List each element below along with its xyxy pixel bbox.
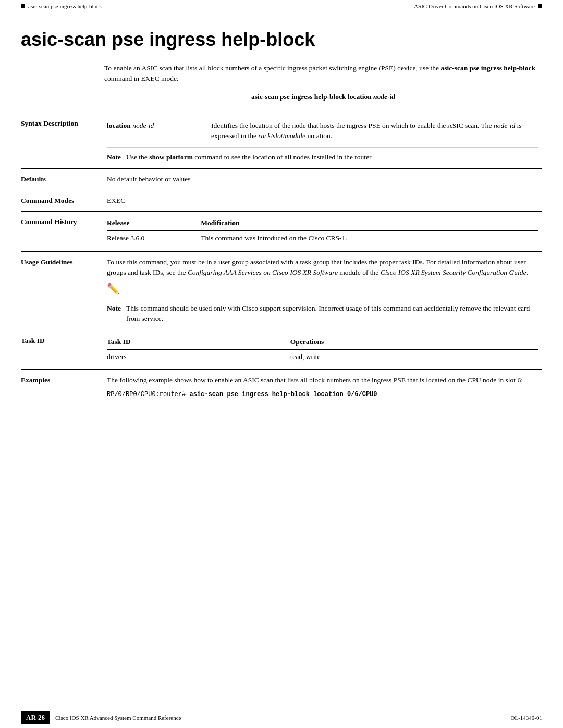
task-id-content: Task ID Operations drivers read, write [102,330,542,370]
task-id-label: Task ID [21,330,102,370]
syntax-description-content: location node-id Identifies the location… [102,113,542,168]
tid-col-taskid: Task ID [107,336,290,350]
syntax-description-row: Syntax Description location node-id Iden… [21,113,542,168]
pencil-note: ✏️ Note This command should be used only… [107,281,538,325]
footer-right-text: OL-14340-01 [511,714,543,721]
intro-paragraph: To enable an ASIC scan that lists all bl… [104,63,542,84]
sections-table: Syntax Description location node-id Iden… [21,113,542,405]
header-right-title: ASIC Driver Commands on Cisco IOS XR Sof… [414,3,535,9]
header-right-square [538,4,542,8]
task-id-row-1: drivers read, write [107,349,538,364]
command-modes-text: EXEC [107,196,125,204]
syntax-param-row: location node-id Identifies the location… [107,118,538,144]
tid-taskid-1: drivers [107,349,290,364]
ch-release-1: Release 3.6.0 [107,231,201,246]
usage-note-label: Note [107,303,121,325]
task-id-row: Task ID Task ID Operations drivers read,… [21,330,542,370]
defaults-content: No default behavior or values [102,168,542,190]
examples-row: Examples The following example shows how… [21,370,542,405]
usage-guidelines-row: Usage Guidelines To use this command, yo… [21,251,542,330]
syntax-note-label: Note [107,152,121,163]
code-block: RP/0/RP0/CPU0:router# asic-scan pse ingr… [107,390,538,399]
command-history-row: Command History Release Modification Rel… [21,212,542,252]
header-right: ASIC Driver Commands on Cisco IOS XR Sof… [414,3,542,9]
header-left: asic-scan pse ingress help-block [21,3,102,9]
footer-left: AR-26 Cisco IOS XR Advanced System Comma… [21,711,181,724]
defaults-label: Defaults [21,168,102,190]
pencil-icon: ✏️ [107,283,120,294]
syntax-description-label: Syntax Description [21,113,102,168]
command-modes-content: EXEC [102,190,542,211]
syntax-note-text: Use the show platform command to see the… [126,152,373,163]
examples-paragraph: The following example shows how to enabl… [107,375,538,386]
usage-note-text: This command should be used only with Ci… [126,303,538,325]
command-history-content: Release Modification Release 3.6.0 This … [102,212,542,252]
footer: AR-26 Cisco IOS XR Advanced System Comma… [0,707,563,728]
ch-col-release: Release [107,217,201,231]
command-history-table: Release Modification Release 3.6.0 This … [107,217,538,246]
syntax-note-block: Note Use the show platform command to se… [107,147,538,163]
command-history-header: Release Modification [107,217,538,231]
task-id-table: Task ID Operations drivers read, write [107,336,538,365]
defaults-row: Defaults No default behavior or values [21,168,542,190]
code-prefix: RP/0/RP0/CPU0:router# [107,391,189,398]
command-history-label: Command History [21,212,102,252]
code-command: asic-scan pse ingress help-block locatio… [189,391,377,398]
command-history-row-1: Release 3.6.0 This command was introduce… [107,231,538,246]
task-id-header: Task ID Operations [107,336,538,350]
header-left-text: asic-scan pse ingress help-block [28,3,102,9]
top-header: asic-scan pse ingress help-block ASIC Dr… [0,0,563,13]
defaults-text: No default behavior or values [107,175,190,183]
main-content: asic-scan pse ingress help-block To enab… [0,13,563,446]
pencil-icon-row: ✏️ [107,281,538,297]
syntax-inner-table: location node-id Identifies the location… [107,118,538,144]
usage-note-block: Note This command should be used only wi… [107,299,538,325]
syntax-param-description: Identifies the location of the node that… [211,118,538,144]
examples-content: The following example shows how to enabl… [102,370,542,405]
header-left-square [21,4,25,8]
examples-label: Examples [21,370,102,405]
syntax-param: location node-id [107,118,211,144]
usage-guidelines-content: To use this command, you must be in a us… [102,251,542,330]
page-title: asic-scan pse ingress help-block [21,29,542,51]
tid-operations-1: read, write [290,349,538,364]
tid-col-operations: Operations [290,336,538,350]
command-syntax: asic-scan pse ingress help-block locatio… [104,92,542,102]
intro-section: To enable an ASIC scan that lists all bl… [21,63,542,102]
usage-guidelines-label: Usage Guidelines [21,251,102,330]
footer-right: OL-14340-01 [511,714,543,721]
command-modes-row: Command Modes EXEC [21,190,542,211]
command-modes-label: Command Modes [21,190,102,211]
usage-guidelines-paragraph: To use this command, you must be in a us… [107,257,538,278]
ch-col-modification: Modification [201,217,538,231]
footer-badge: AR-26 [21,711,50,724]
ch-modification-1: This command was introduced on the Cisco… [201,231,538,246]
footer-center-text: Cisco IOS XR Advanced System Command Ref… [55,714,181,721]
